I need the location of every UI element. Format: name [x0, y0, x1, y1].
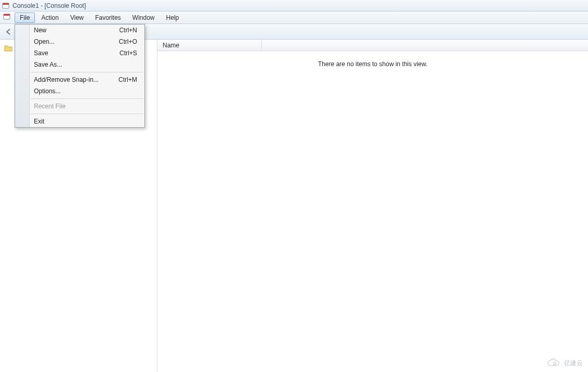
menu-view[interactable]: View [65, 13, 89, 23]
column-spacer [262, 40, 588, 51]
menu-action[interactable]: Action [36, 13, 64, 23]
file-menu-snapin-shortcut: Ctrl+M [118, 76, 137, 83]
svg-point-4 [554, 363, 556, 365]
svg-rect-1 [3, 3, 9, 5]
menu-separator-2 [31, 98, 143, 99]
file-menu-dropdown: New Ctrl+N Open... Ctrl+O Save Ctrl+S Sa… [15, 24, 145, 128]
file-menu-new-shortcut: Ctrl+N [119, 27, 137, 34]
file-menu-save-label: Save [34, 49, 48, 57]
menu-separator-1 [31, 72, 143, 72]
file-menu-open[interactable]: Open... Ctrl+O [15, 36, 144, 47]
watermark-text: 亿速云 [564, 359, 583, 368]
svg-rect-3 [4, 14, 10, 16]
watermark: 亿速云 [546, 358, 583, 368]
column-name[interactable]: Name [157, 40, 262, 51]
cloud-icon [546, 358, 561, 368]
menu-separator-3 [31, 114, 143, 114]
list-pane: Name There are no items to show in this … [157, 40, 588, 372]
menubar: File Action View Favorites Window Help [0, 11, 588, 24]
file-menu-add-remove-snapin[interactable]: Add/Remove Snap-in... Ctrl+M [15, 74, 144, 85]
file-menu-new-label: New [34, 27, 46, 34]
file-menu-recent-label: Recent File [34, 103, 66, 110]
file-menu-open-label: Open... [34, 38, 54, 45]
file-menu-options[interactable]: Options... [15, 85, 144, 97]
file-menu-recent: Recent File [15, 101, 144, 112]
file-menu-new[interactable]: New Ctrl+N [15, 24, 144, 36]
menu-help[interactable]: Help [161, 13, 185, 23]
column-header: Name [157, 40, 588, 51]
back-button[interactable] [3, 26, 15, 38]
window-title: Console1 - [Console Root] [13, 2, 86, 9]
empty-message: There are no items to show in this view. [157, 51, 588, 68]
file-menu-exit-label: Exit [34, 118, 44, 125]
file-menu-exit[interactable]: Exit [15, 116, 144, 127]
file-menu-save-shortcut: Ctrl+S [119, 49, 137, 57]
titlebar: Console1 - [Console Root] [0, 0, 588, 11]
menubar-app-icon [3, 13, 10, 22]
menu-window[interactable]: Window [127, 13, 160, 23]
file-menu-save[interactable]: Save Ctrl+S [15, 47, 144, 59]
file-menu-save-as[interactable]: Save As... [15, 59, 144, 70]
file-menu-save-as-label: Save As... [34, 61, 62, 68]
folder-icon [4, 44, 13, 52]
file-menu-options-label: Options... [34, 88, 60, 95]
file-menu-open-shortcut: Ctrl+O [119, 38, 137, 45]
app-icon [2, 2, 9, 9]
file-menu-snapin-label: Add/Remove Snap-in... [34, 76, 99, 83]
menu-favorites[interactable]: Favorites [90, 13, 126, 23]
menu-file[interactable]: File [15, 13, 35, 23]
